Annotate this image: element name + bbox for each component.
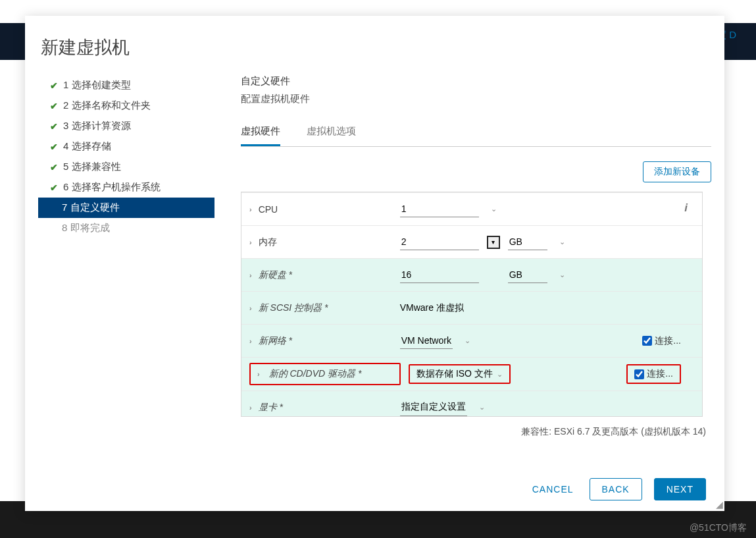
check-icon: ✔	[50, 162, 58, 173]
expand-icon[interactable]: ›	[249, 404, 252, 412]
check-icon: ✔	[50, 142, 58, 152]
panel-subtitle: 配置虚拟机硬件	[241, 93, 711, 105]
step-3[interactable]: ✔3 选择计算资源	[38, 116, 214, 136]
chevron-down-icon[interactable]: ⌄	[497, 370, 503, 379]
check-icon: ✔	[50, 80, 58, 91]
row-disk: › 新硬盘 * 16 GB ⌄	[241, 258, 702, 291]
network-value[interactable]: VM Network	[400, 333, 453, 349]
expand-icon[interactable]: ›	[249, 205, 252, 213]
network-label: 新网络 *	[259, 335, 400, 347]
row-scsi: › 新 SCSI 控制器 * VMware 准虚拟	[241, 291, 702, 324]
tab-vm-options[interactable]: 虚拟机选项	[307, 125, 356, 146]
step-6[interactable]: ✔6 选择客户机操作系统	[38, 177, 214, 198]
video-label: 显卡 *	[259, 402, 400, 414]
row-network: › 新网络 * VM Network ⌄ 连接...	[241, 324, 702, 357]
panel-title: 自定义硬件	[241, 75, 711, 88]
cdrom-value[interactable]: 数据存储 ISO 文件	[416, 368, 493, 380]
next-button[interactable]: NEXT	[654, 478, 706, 500]
memory-value[interactable]: 2	[400, 234, 479, 250]
step-4[interactable]: ✔4 选择存储	[38, 136, 214, 157]
check-icon: ✔	[50, 182, 58, 193]
cdrom-label: 新的 CD/DVD 驱动器 *	[269, 368, 362, 379]
memory-label: 内存	[259, 236, 400, 248]
modal-title: 新建虚拟机	[25, 16, 724, 75]
step-5[interactable]: ✔5 选择兼容性	[38, 157, 214, 177]
memory-stepper[interactable]: ▾	[487, 236, 500, 249]
info-icon[interactable]: i	[684, 202, 688, 215]
cpu-value[interactable]: 1	[400, 201, 479, 217]
scsi-value: VMware 准虚拟	[400, 302, 464, 314]
row-video: › 显卡 * 指定自定义设置 ⌄	[241, 390, 702, 417]
step-7-active[interactable]: 7 自定义硬件	[38, 198, 214, 218]
step-2[interactable]: ✔2 选择名称和文件夹	[38, 95, 214, 116]
expand-icon[interactable]: ›	[249, 337, 252, 345]
expand-icon[interactable]: ›	[257, 370, 260, 378]
step-1[interactable]: ✔1 选择创建类型	[38, 75, 214, 95]
disk-value[interactable]: 16	[400, 267, 479, 283]
chevron-down-icon[interactable]: ⌄	[491, 205, 497, 213]
cpu-label: CPU	[259, 204, 400, 215]
add-device-button[interactable]: 添加新设备	[643, 161, 711, 182]
back-button[interactable]: BACK	[590, 478, 642, 500]
wizard-footer: CANCEL BACK NEXT	[528, 478, 706, 500]
scsi-label: 新 SCSI 控制器 *	[259, 302, 400, 314]
new-vm-wizard-modal: 新建虚拟机 ✔1 选择创建类型 ✔2 选择名称和文件夹 ✔3 选择计算资源 ✔4…	[25, 16, 724, 511]
watermark: @51CTO博客	[690, 522, 747, 534]
chevron-down-icon[interactable]: ⌄	[559, 238, 565, 246]
check-icon: ✔	[50, 121, 58, 132]
memory-unit[interactable]: GB	[508, 234, 547, 250]
row-cdrom: › 新的 CD/DVD 驱动器 * 数据存储 ISO 文件 ⌄ 连接...	[241, 357, 702, 390]
network-connect[interactable]: 连接...	[642, 335, 681, 347]
chevron-down-icon[interactable]: ⌄	[559, 271, 565, 279]
hardware-tabs: 虚拟硬件 虚拟机选项	[241, 125, 711, 147]
resize-handle-icon[interactable]: ◢	[716, 499, 723, 510]
video-value[interactable]: 指定自定义设置	[400, 398, 467, 416]
check-icon: ✔	[50, 101, 58, 111]
cdrom-connect[interactable]: 连接...	[626, 364, 681, 384]
disk-unit[interactable]: GB	[508, 267, 547, 283]
expand-icon[interactable]: ›	[249, 271, 252, 279]
cdrom-connect-checkbox[interactable]	[634, 369, 644, 379]
row-cpu: › CPU 1 ⌄	[241, 192, 702, 225]
expand-icon[interactable]: ›	[249, 304, 252, 312]
compatibility-text: 兼容性: ESXi 6.7 及更高版本 (虚拟机版本 14)	[241, 426, 711, 438]
cancel-button[interactable]: CANCEL	[528, 479, 578, 500]
step-8-disabled: 8 即将完成	[38, 218, 214, 238]
tab-virtual-hardware[interactable]: 虚拟硬件	[241, 125, 280, 146]
expand-icon[interactable]: ›	[249, 238, 252, 246]
network-connect-checkbox[interactable]	[642, 336, 652, 346]
chevron-down-icon[interactable]: ⌄	[465, 336, 470, 345]
chevron-down-icon[interactable]: ⌄	[479, 403, 485, 412]
hardware-list: i › CPU 1 ⌄ › 内存 2 ▾ GB ⌄	[241, 192, 703, 417]
disk-label: 新硬盘 *	[259, 269, 400, 281]
row-memory: › 内存 2 ▾ GB ⌄	[241, 225, 702, 258]
wizard-steps-sidebar: ✔1 选择创建类型 ✔2 选择名称和文件夹 ✔3 选择计算资源 ✔4 选择存储 …	[38, 75, 214, 438]
